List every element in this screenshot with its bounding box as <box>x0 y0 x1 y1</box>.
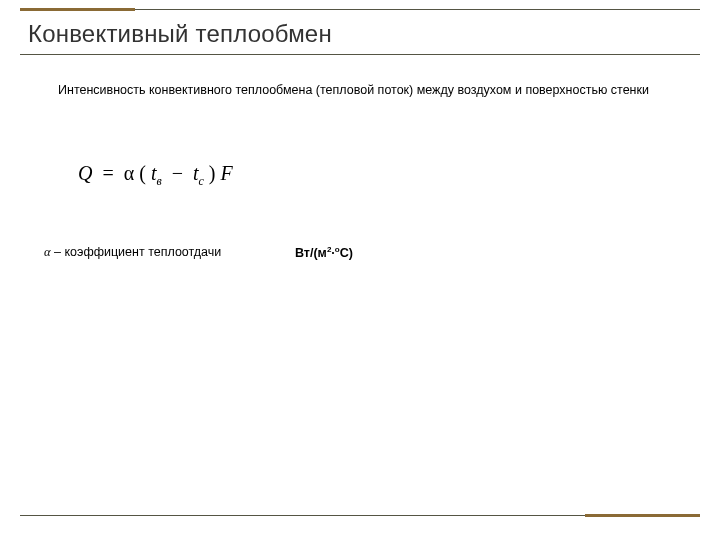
formula-alpha: α <box>124 162 134 184</box>
formula-eq: = <box>97 162 118 184</box>
slide: Конвективный теплообмен Интенсивность ко… <box>0 0 720 540</box>
units: Вт/(м2·оС) <box>295 245 353 260</box>
alpha-definition: α – коэффициент теплоотдачи <box>44 245 221 260</box>
alpha-text: – коэффициент теплоотдачи <box>51 245 222 259</box>
rule-bottom <box>20 515 700 516</box>
slide-title: Конвективный теплообмен <box>28 20 332 48</box>
formula-sub2: с <box>199 174 204 188</box>
formula-F: F <box>221 162 233 184</box>
formula-lpar: ( <box>139 162 146 184</box>
rule-top-accent <box>20 8 135 11</box>
formula-rpar: ) <box>209 162 216 184</box>
units-prefix: Вт/(м <box>295 246 327 260</box>
formula-minus: − <box>167 162 188 184</box>
formula-Q: Q <box>78 162 92 184</box>
formula-sub1: в <box>156 174 161 188</box>
rule-top-thin <box>135 9 700 10</box>
intro-paragraph: Интенсивность конвективного теплообмена … <box>32 82 690 99</box>
formula: Q = α ( tв − tс ) F <box>78 162 233 189</box>
units-suffix: С) <box>340 246 353 260</box>
rule-under-title <box>20 54 700 55</box>
